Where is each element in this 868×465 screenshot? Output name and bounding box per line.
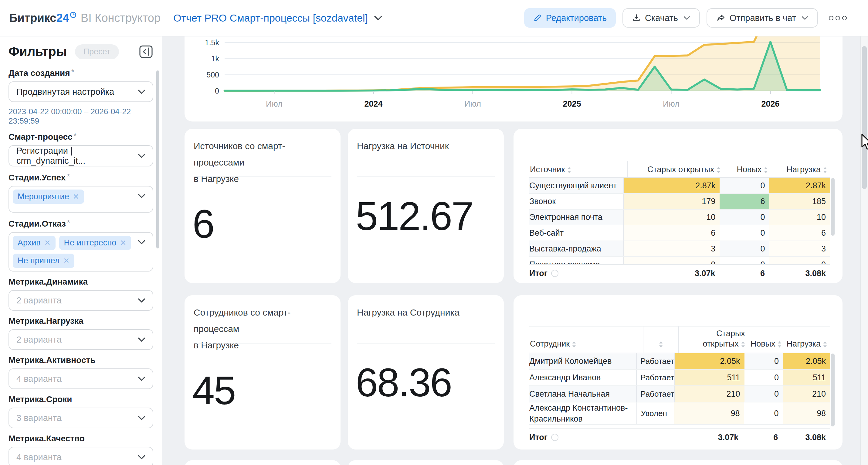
filter-block: Смарт-процесс*Регистрации | crm_dynamic_… <box>8 131 153 167</box>
required-marker: * <box>71 67 74 77</box>
filter-select[interactable]: 2 варианта <box>8 329 153 350</box>
sources-table-card: ИсточникСтарых открытыхНовыхНагрузкаСуще… <box>514 129 842 283</box>
sort-icon[interactable] <box>823 167 827 173</box>
filter-chip[interactable]: Не интересно✕ <box>59 236 131 250</box>
sort-icon[interactable] <box>778 341 781 348</box>
dot-icon <box>836 16 840 20</box>
column-header[interactable]: Нагрузка <box>784 326 830 353</box>
column-header[interactable]: Старых открытых <box>628 161 724 177</box>
chip-remove-icon[interactable]: ✕ <box>63 256 69 265</box>
filter-select[interactable]: 4 варианта <box>8 369 153 389</box>
sort-icon[interactable] <box>659 341 663 348</box>
table-total-value: 3.08k <box>769 268 830 279</box>
column-header[interactable]: Новых <box>748 326 785 353</box>
send-to-chat-label: Отправить в чат <box>730 13 796 23</box>
send-to-chat-button[interactable]: Отправить в чат <box>707 8 818 28</box>
sort-icon[interactable] <box>823 341 827 348</box>
column-header[interactable]: Старых открытых <box>679 326 748 353</box>
x-axis-label: Июл <box>663 99 680 109</box>
kpi-value: 45 <box>192 371 235 411</box>
page-scrollbar[interactable] <box>860 36 868 465</box>
filter-block: Стадии.Отказ*Архив✕Не интересно✕Не прише… <box>8 218 153 271</box>
filter-hint: 2023-04-22 00:00:00 – 2026-04-22 23:59:5… <box>8 107 153 126</box>
sort-icon[interactable] <box>717 167 720 173</box>
scrollbar-thumb[interactable] <box>862 46 867 189</box>
logo-suffix: BI Конструктор <box>81 11 160 25</box>
filter-select[interactable]: Архив✕Не интересно✕Не пришел✕ <box>8 232 153 271</box>
preset-button[interactable]: Пресет <box>75 45 119 59</box>
report-title-dropdown[interactable]: Отчет PRO Смарт-процессы [sozdavatel] <box>173 0 382 36</box>
edit-button[interactable]: Редактировать <box>524 8 616 28</box>
chip-remove-icon[interactable]: ✕ <box>44 238 51 247</box>
download-button[interactable]: Скачать <box>622 8 700 28</box>
top-bar: Битрикс24 BI Конструктор Отчет PRO Смарт… <box>0 0 868 36</box>
collapse-panel-icon[interactable] <box>139 45 153 59</box>
table-total-value: 3.07k <box>623 268 720 279</box>
table-row: Веб-сайт606 <box>529 225 830 241</box>
more-options-button[interactable] <box>825 8 851 28</box>
column-header[interactable]: Сотрудник <box>529 326 643 353</box>
x-axis-label: 2024 <box>364 99 382 109</box>
sort-icon[interactable] <box>764 167 768 173</box>
y-axis-label: 500 <box>206 70 219 79</box>
chevron-down-icon <box>374 16 382 21</box>
table-scrollbar[interactable] <box>831 178 835 236</box>
sources-table: ИсточникСтарых открытыхНовыхНагрузкаСуще… <box>529 161 830 282</box>
kpi-title: Источников со смарт-процессамив Нагрузке <box>194 138 332 187</box>
sort-icon[interactable] <box>572 341 576 348</box>
info-icon <box>551 270 558 277</box>
filter-select[interactable]: Мероприятие✕ <box>8 186 153 213</box>
chevron-down-icon <box>138 240 145 244</box>
filter-list: Дата создания*Продвинутая настройка2023-… <box>8 67 153 465</box>
pencil-icon <box>533 14 542 22</box>
required-marker: * <box>67 218 70 227</box>
kpi-value: 6 <box>192 204 214 244</box>
filter-select[interactable]: 3 варианта <box>8 408 153 428</box>
divider <box>194 343 332 344</box>
edit-label: Редактировать <box>546 13 607 23</box>
filter-chip[interactable]: Мероприятие✕ <box>13 190 84 204</box>
download-icon <box>632 14 641 22</box>
table-total-label: Итог <box>529 268 623 279</box>
next-row-card <box>514 460 842 465</box>
filter-label: Метрика.Активность <box>8 355 153 365</box>
sidebar-scrollbar[interactable] <box>156 70 159 249</box>
table-row: Печатная реклама000 <box>529 257 830 264</box>
filter-select[interactable]: Регистрации | crm_dynamic_it... <box>8 145 153 167</box>
timeline-area-chart[interactable]: 05001k1.5kИюл2024Июл2025Июл2026 <box>185 36 842 121</box>
chevron-down-icon <box>683 16 690 20</box>
filter-block: Метрика.Активность4 варианта <box>8 355 153 389</box>
mouse-cursor-icon <box>861 134 868 151</box>
x-axis-label: Июл <box>266 99 283 109</box>
table-row: Звонок1796185 <box>529 194 830 209</box>
filter-label: Метрика.Нагрузка <box>8 316 153 326</box>
filter-select[interactable]: 2 варианта <box>8 290 153 311</box>
table-row: Существующий клиент2.87k02.87k <box>529 178 830 194</box>
filter-chip[interactable]: Архив✕ <box>13 236 56 250</box>
chip-remove-icon[interactable]: ✕ <box>73 192 79 201</box>
column-header[interactable]: Нагрузка <box>771 161 830 177</box>
column-header[interactable]: Новых <box>723 161 771 177</box>
toolbar: Редактировать Скачать Отправить в чат <box>524 0 851 36</box>
filter-block: Метрика.Нагрузка2 варианта <box>8 316 153 350</box>
x-axis-label: 2025 <box>563 99 581 109</box>
kpi-title: Нагрузка на Сотрудника <box>357 304 495 321</box>
next-row-card <box>348 460 504 465</box>
kpi-value: 68.36 <box>356 362 451 403</box>
sort-icon[interactable] <box>741 341 745 348</box>
column-header[interactable] <box>643 326 679 353</box>
chevron-down-icon <box>138 298 145 303</box>
table-scrollbar[interactable] <box>831 353 835 427</box>
logo-brand: Битрикс <box>9 11 57 25</box>
chevron-down-icon <box>138 194 145 198</box>
filter-select[interactable]: 4 варианта <box>8 447 153 465</box>
filter-label: Метрика.Динамика <box>8 277 153 287</box>
required-marker: * <box>67 172 70 181</box>
sort-icon[interactable] <box>567 167 571 173</box>
chevron-down-icon <box>802 16 808 20</box>
column-header[interactable]: Источник <box>529 161 628 177</box>
chip-remove-icon[interactable]: ✕ <box>120 238 126 247</box>
filter-chip[interactable]: Не пришел✕ <box>13 254 74 268</box>
filter-select[interactable]: Продвинутая настройка <box>8 81 153 102</box>
table-row: Выставка-продажа303 <box>529 241 830 257</box>
